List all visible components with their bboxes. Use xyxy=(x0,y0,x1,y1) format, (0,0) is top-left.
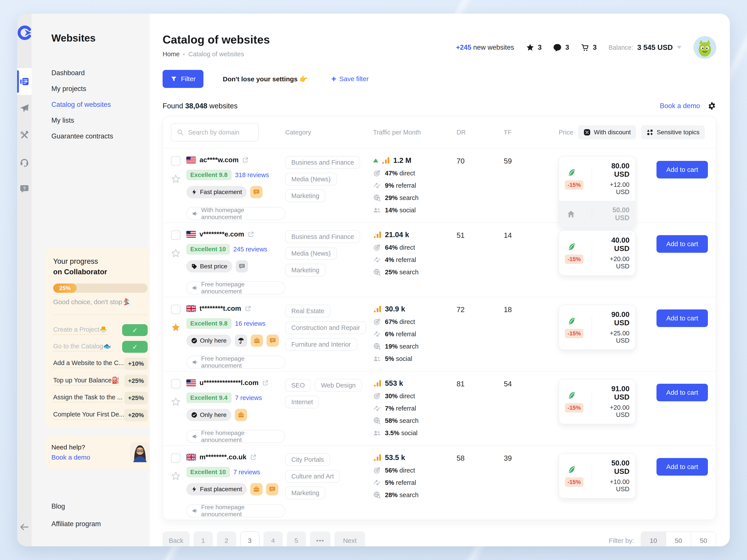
pagination-page-2[interactable]: 2 xyxy=(217,531,236,546)
pagination-ellipsis[interactable]: ••• xyxy=(310,531,331,546)
book-demo-link-top[interactable]: Book a demo xyxy=(660,102,700,110)
reviews-link[interactable]: 245 reviews xyxy=(233,246,267,253)
breadcrumb-home[interactable]: Home xyxy=(162,51,180,58)
umbrella-chip-icon xyxy=(235,334,247,347)
results-bar: Found 38,048 websites Book a demo xyxy=(162,102,716,110)
external-link-icon[interactable] xyxy=(248,231,254,237)
rail-item-support[interactable] xyxy=(17,149,32,175)
cart-count[interactable]: 3 xyxy=(581,43,596,52)
domain-name[interactable]: u**************l.com xyxy=(200,379,259,387)
price-card: -15%50.00 USD+10.00 USD xyxy=(559,453,636,499)
domain-name[interactable]: v********e.com xyxy=(200,230,244,238)
sidebar-link-affiliate-program[interactable]: Affiliate program xyxy=(51,520,159,528)
pagination-page-1[interactable]: 1 xyxy=(194,531,213,546)
task-label[interactable]: Create a Project🐣 xyxy=(53,326,107,335)
sidebar-item-my-lists[interactable]: My lists xyxy=(32,112,159,128)
favorites-count[interactable]: 3 xyxy=(526,43,542,52)
progress-bar-fill: 25% xyxy=(53,283,77,293)
balance-dropdown[interactable]: Balance: 3 545 USD xyxy=(609,43,681,52)
row-checkbox[interactable] xyxy=(171,379,181,388)
sidebar-link-blog[interactable]: Blog xyxy=(51,503,159,510)
task-label[interactable]: Top up Your Balance⛽ xyxy=(53,377,120,385)
header-counters: 333 xyxy=(526,43,597,52)
add-to-cart-button[interactable]: Add to cart xyxy=(656,384,708,401)
task-label[interactable]: Add a Website to the C... xyxy=(53,359,124,368)
domain-name[interactable]: m********.co.uk xyxy=(200,453,247,461)
user-avatar[interactable] xyxy=(693,36,716,59)
filter-button[interactable]: Filter xyxy=(162,70,203,88)
reviews-link[interactable]: 318 reviews xyxy=(235,172,269,179)
chat-icon xyxy=(553,43,562,52)
briefcase-chip-icon xyxy=(250,483,262,495)
favorite-star-icon[interactable] xyxy=(171,471,181,481)
rail-item-campaigns[interactable] xyxy=(17,95,32,122)
page-size-option-1[interactable]: 50 xyxy=(666,532,691,546)
task-label[interactable]: Assign the Task to the ... xyxy=(53,393,122,402)
reviews-link[interactable]: 7 reviews xyxy=(235,394,262,402)
traffic-source: 58% search xyxy=(373,417,457,425)
messages-count[interactable]: 3 xyxy=(553,43,569,52)
add-to-cart-button[interactable]: Add to cart xyxy=(656,161,708,178)
rating-badge: Excellent 10 xyxy=(186,244,230,255)
country-flag-icon xyxy=(186,379,196,386)
rail-item-tools[interactable] xyxy=(17,122,32,149)
pagination-back-button[interactable]: Back xyxy=(162,531,189,546)
favorite-star-icon[interactable] xyxy=(171,174,181,184)
search-domain-field[interactable] xyxy=(171,123,259,142)
sidebar-item-catalog-of-websites[interactable]: Catalog of websites xyxy=(32,97,159,112)
add-to-cart-button[interactable]: Add to cart xyxy=(656,309,708,327)
task-label[interactable]: Complete Your First De... xyxy=(53,411,124,419)
tf-value: 14 xyxy=(504,230,559,297)
add-to-cart-button[interactable]: Add to cart xyxy=(656,235,708,253)
pagination-next-button[interactable]: Next xyxy=(334,531,365,546)
external-link-icon[interactable] xyxy=(242,157,249,163)
task-bonus-badge: +25% xyxy=(124,375,148,387)
pagination-page-4[interactable]: 4 xyxy=(263,531,283,546)
collaborator-logo-icon[interactable] xyxy=(17,25,32,40)
collapse-sidebar-arrow-icon[interactable] xyxy=(19,522,30,532)
favorite-star-icon[interactable] xyxy=(171,248,181,258)
traffic-bars-icon xyxy=(381,156,390,165)
external-link-icon[interactable] xyxy=(262,380,269,386)
sensitive-topics-toggle[interactable]: Sensitive topics xyxy=(641,125,705,139)
add-to-cart-button[interactable]: Add to cart xyxy=(656,458,708,476)
tf-value: 39 xyxy=(504,453,559,519)
sidebar-item-my-projects[interactable]: My projects xyxy=(32,81,159,97)
save-filter-button[interactable]: + Save filter xyxy=(331,75,369,83)
external-link-icon[interactable] xyxy=(250,454,257,460)
row-checkbox[interactable] xyxy=(171,453,181,463)
pagination-page-5[interactable]: 5 xyxy=(287,531,306,546)
page-size-option-0[interactable]: 10 xyxy=(641,532,666,546)
favorite-star-icon[interactable] xyxy=(171,397,181,407)
domain-name[interactable]: ac****w.com xyxy=(200,156,239,164)
table-row: v********e.comExcellent 10245 reviewsBes… xyxy=(163,223,716,297)
external-link-icon[interactable] xyxy=(245,305,251,312)
domain-name[interactable]: t********t.com xyxy=(200,305,241,312)
rail-item-dashboard[interactable] xyxy=(17,68,32,95)
sidebar-item-guarantee-contracts[interactable]: Guarantee contracts xyxy=(32,128,159,144)
feather-icon xyxy=(567,242,576,251)
reviews-link[interactable]: 16 reviews xyxy=(235,320,266,327)
book-demo-link[interactable]: Book a demo xyxy=(51,454,90,461)
sidebar-item-dashboard[interactable]: Dashboard xyxy=(32,65,159,81)
traffic-source: 30% direct xyxy=(373,392,457,400)
reviews-link[interactable]: 7 reviews xyxy=(233,468,260,476)
gear-icon[interactable] xyxy=(707,102,716,110)
task-bonus-badge: +20% xyxy=(124,409,148,421)
house-icon xyxy=(567,210,575,219)
with-discount-toggle[interactable]: With discount xyxy=(578,125,636,139)
page-size-group: 105050 xyxy=(641,531,716,546)
rail-item-faq[interactable]: ? xyxy=(17,175,32,202)
discount-badge: -15% xyxy=(565,180,584,190)
row-checkbox[interactable] xyxy=(171,156,181,166)
page-size-option-2[interactable]: 50 xyxy=(691,532,716,546)
column-header-tf: TF xyxy=(504,129,559,136)
discount-badge: -15% xyxy=(565,255,584,264)
pagination-page-3[interactable]: 3 xyxy=(240,531,259,546)
row-checkbox[interactable] xyxy=(171,305,181,314)
traffic-bars-icon xyxy=(373,305,382,313)
traffic-source: 29% search xyxy=(373,194,457,202)
task-label[interactable]: Go to the Catalog🐟 xyxy=(53,342,111,351)
search-input[interactable] xyxy=(188,129,253,136)
row-checkbox[interactable] xyxy=(171,230,181,240)
